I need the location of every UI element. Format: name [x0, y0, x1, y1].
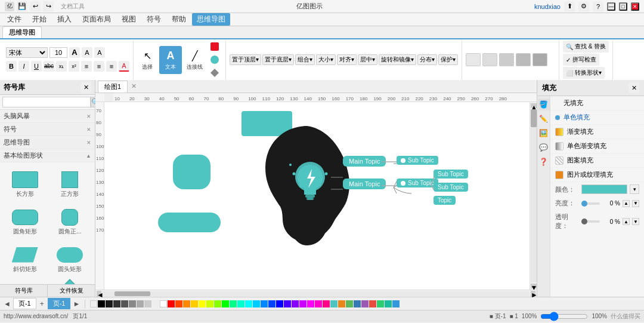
shape-item-rounded-rect[interactable]: 圆角矩形 [4, 204, 47, 239]
color-swatch-violet[interactable] [292, 300, 299, 307]
group-btn[interactable]: 组合▾ [295, 54, 315, 65]
text-color-btn[interactable]: A [119, 61, 129, 72]
strikethrough-btn[interactable]: abc [44, 61, 54, 72]
color-swatch-pink-red[interactable] [323, 300, 330, 307]
font-size-input[interactable] [49, 47, 67, 58]
shape-item-rounded-square[interactable]: 圆角正... [49, 204, 92, 239]
sub-topic-4[interactable]: Sub Topic [434, 183, 468, 192]
color-swatch-0[interactable] [90, 300, 97, 307]
maximize-btn[interactable]: □ [619, 2, 627, 11]
scroll-right-btn[interactable]: ► [531, 291, 535, 297]
menu-mindmap[interactable]: 思维导图 [192, 13, 230, 26]
font-size-increase-btn[interactable]: A [69, 47, 80, 58]
protect-btn[interactable]: 保护▾ [438, 54, 458, 65]
style-preset-4[interactable] [516, 53, 531, 66]
connect-tool-btn[interactable]: ╱ 连接线 [184, 47, 206, 73]
size-btn[interactable]: 大小▾ [316, 54, 336, 65]
style-preset-5[interactable] [532, 53, 547, 66]
color-swatch-magenta[interactable] [307, 300, 314, 307]
color-swatch-orange[interactable] [183, 300, 190, 307]
shape-btn-1[interactable] [208, 41, 222, 53]
color-swatch-blue-light[interactable] [261, 300, 268, 307]
color-swatch-6[interactable] [137, 300, 144, 307]
main-topic-1[interactable]: Main Topic [343, 156, 386, 167]
scroll-thumb[interactable] [531, 109, 537, 127]
transparency-down-btn[interactable]: ▼ [632, 218, 639, 225]
lib-section-basic-shapes[interactable]: 基本绘图形状 ▲ [0, 149, 95, 162]
library-close-btn[interactable]: ✕ [80, 82, 91, 93]
align-left-btn[interactable]: ≡ [81, 61, 92, 72]
shape-item-diamond[interactable]: 菱形 [49, 279, 92, 284]
settings-btn[interactable]: ⚙ [578, 1, 589, 12]
scroll-left-btn[interactable]: ◄ [97, 291, 101, 297]
color-swatch-peter-river[interactable] [392, 300, 400, 307]
color-swatch-yellow-bright[interactable] [199, 300, 206, 307]
arrange-bottom-btn[interactable]: 置于底层▾ [262, 54, 294, 65]
style-preset-2[interactable] [482, 53, 497, 66]
user-name[interactable]: knudxiao [534, 3, 561, 10]
color-swatch-orange-red[interactable] [175, 300, 182, 307]
distribute-btn[interactable]: 分布▾ [417, 54, 437, 65]
superscript-btn[interactable]: x² [69, 61, 79, 72]
color-swatch-teal-green[interactable] [230, 300, 237, 307]
color-swatch-success-green[interactable] [346, 300, 353, 307]
color-swatch-cyan[interactable] [245, 300, 252, 307]
color-swatch-blue-pure[interactable] [276, 300, 283, 307]
image-icon-btn[interactable]: 🖼️ [538, 127, 550, 139]
color-swatch-yellow[interactable] [191, 300, 198, 307]
minimize-btn[interactable]: — [607, 2, 615, 11]
font-family-select[interactable]: 宋体 [6, 47, 48, 58]
color-swatch-red[interactable] [168, 300, 175, 307]
color-swatch-9[interactable] [160, 300, 167, 307]
style-preset-1[interactable] [466, 53, 481, 66]
sub-topic-2[interactable]: Sub Topic [397, 179, 438, 187]
color-swatch-7[interactable] [144, 300, 151, 307]
color-swatch-lime[interactable] [206, 300, 213, 307]
canvas-tab-drawing[interactable]: 绘图1 [98, 81, 128, 93]
page-scroll-right[interactable]: ► [73, 300, 80, 308]
text-tool-btn[interactable]: A 文本 [160, 47, 181, 73]
undo-btn[interactable]: ↩ [30, 1, 41, 12]
color-swatch-cyan-green[interactable] [237, 300, 244, 307]
share-btn[interactable]: ⬆ [564, 1, 575, 12]
menu-symbol[interactable]: 符号 [142, 13, 166, 26]
scroll-up-btn[interactable]: ▲ [531, 103, 537, 108]
fill-option-pattern[interactable]: 图案填充 [550, 153, 644, 168]
color-swatch-3[interactable] [113, 300, 120, 307]
lib-section-brainstorm[interactable]: 头脑风暴 ✕ [0, 110, 95, 123]
align-btn[interactable]: 对齐▾ [337, 54, 357, 65]
brightness-slider[interactable] [581, 202, 600, 205]
h-scroll-thumb[interactable] [114, 291, 150, 296]
transparency-thumb[interactable] [581, 219, 587, 224]
color-swatch-purple[interactable] [299, 300, 306, 307]
help-btn[interactable]: ? [593, 1, 603, 12]
fill-option-mono-gradient[interactable]: 单色渐变填充 [550, 139, 644, 153]
brightness-thumb[interactable] [581, 201, 587, 207]
brightness-up-btn[interactable]: ▲ [623, 200, 630, 207]
brightness-down-btn[interactable]: ▼ [632, 200, 639, 207]
lib-section-mindmap[interactable]: 思维导图 ✕ [0, 136, 95, 149]
align-center-btn[interactable]: ≡ [94, 61, 104, 72]
redo-btn[interactable]: ↪ [43, 1, 54, 12]
underline-btn[interactable]: U [31, 61, 42, 72]
zoom-slider[interactable] [540, 313, 588, 320]
color-swatch-sky[interactable] [253, 300, 260, 307]
color-swatch-indigo[interactable] [284, 300, 291, 307]
color-swatch-teal[interactable] [330, 300, 338, 307]
shape-item-rect[interactable]: 长方形 [4, 166, 47, 201]
layer-btn[interactable]: 层中▾ [358, 54, 377, 65]
color-swatch-primary-blue[interactable] [354, 300, 361, 307]
spell-check-btn[interactable]: ✓ 拼写检查 [563, 54, 599, 66]
transform-shape-btn[interactable]: ⬜ 转换形状▾ [563, 67, 605, 79]
shape-btn-2[interactable] [208, 54, 222, 66]
canvas-shape-pill[interactable] [158, 213, 221, 232]
color-swatch-pink-purple[interactable] [315, 300, 322, 307]
fill-option-texture[interactable]: 图片或纹理填充 [550, 168, 644, 182]
sub-topic-3[interactable]: Sub Topic [434, 170, 468, 179]
color-swatch-danger-red[interactable] [369, 300, 376, 307]
shape-search-input[interactable] [2, 97, 91, 107]
fill-icon-btn[interactable]: 🪣 [538, 99, 550, 110]
menu-help[interactable]: 帮助 [167, 13, 191, 26]
color-swatch-2[interactable] [106, 300, 113, 307]
menu-home[interactable]: 开始 [27, 13, 51, 26]
